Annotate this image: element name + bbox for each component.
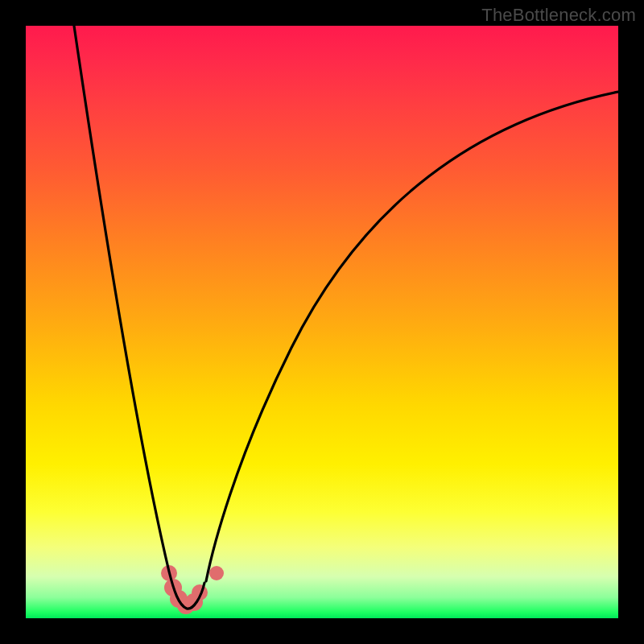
plot-frame	[26, 26, 618, 618]
watermark-text: TheBottleneck.com	[481, 5, 636, 26]
gradient-background	[26, 26, 618, 618]
